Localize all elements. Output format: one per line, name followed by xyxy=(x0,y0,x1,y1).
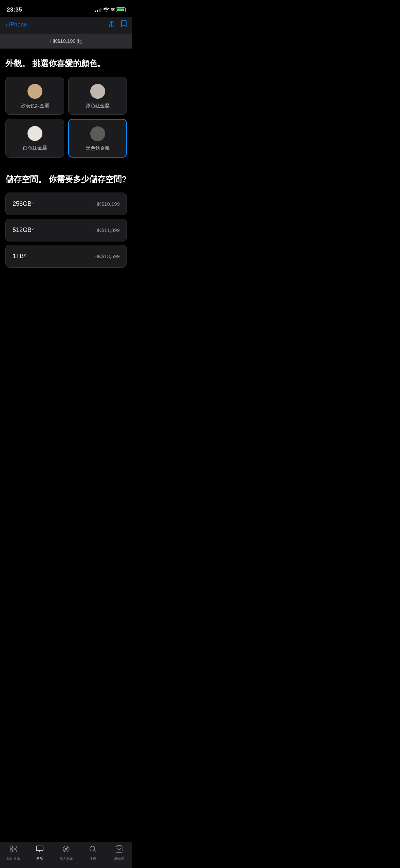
storage-label-512gb: 512GB² xyxy=(13,227,34,234)
storage-label-256gb: 256GB² xyxy=(13,200,34,207)
color-option-black[interactable]: 黑色鈦金屬 xyxy=(68,119,127,158)
storage-label-1tb: 1TB² xyxy=(13,253,26,260)
chevron-left-icon: ‹ xyxy=(5,21,8,28)
color-label-natural: 原色鈦金屬 xyxy=(86,103,110,109)
storage-price-512gb: HK$11,899 xyxy=(94,227,120,233)
price-text: HK$10,199 起 xyxy=(50,38,82,44)
color-option-natural[interactable]: 原色鈦金屬 xyxy=(68,77,127,115)
storage-section: 儲存空間。 你需要多少儲存空間? 256GB² HK$10,199 512GB²… xyxy=(0,164,132,274)
storage-option-1tb[interactable]: 1TB² HK$13,599 xyxy=(5,245,127,268)
battery-icon xyxy=(116,7,126,12)
color-label-desert: 沙漠色鈦金屬 xyxy=(21,103,49,109)
share-button[interactable] xyxy=(108,20,115,30)
status-bar: 23:35 99 xyxy=(0,0,132,17)
storage-list: 256GB² HK$10,199 512GB² HK$11,899 1TB² H… xyxy=(5,193,127,268)
color-label-black: 黑色鈦金屬 xyxy=(86,145,110,151)
status-icons: 99 xyxy=(95,7,126,13)
back-label: iPhone xyxy=(9,21,27,28)
color-section-title: 外觀。 挑選你喜愛的顏色。 xyxy=(5,58,127,69)
color-swatch-black xyxy=(90,126,105,141)
storage-section-title: 儲存空間。 你需要多少儲存空間? xyxy=(5,174,127,184)
bookmark-button[interactable] xyxy=(121,20,127,30)
nav-actions xyxy=(108,20,127,30)
price-bar: HK$10,199 起 xyxy=(0,34,132,49)
back-button[interactable]: ‹ iPhone xyxy=(5,21,27,28)
color-label-white: 白色鈦金屬 xyxy=(23,145,47,151)
color-option-desert[interactable]: 沙漠色鈦金屬 xyxy=(5,77,64,115)
color-swatch-natural xyxy=(90,84,105,99)
status-time: 23:35 xyxy=(7,6,22,13)
color-swatch-desert xyxy=(27,84,42,99)
storage-price-1tb: HK$13,599 xyxy=(94,253,120,259)
color-section: 外觀。 挑選你喜愛的顏色。 沙漠色鈦金屬 原色鈦金屬 白色鈦金屬 黑色鈦金屬 xyxy=(0,49,132,164)
battery-level: 99 xyxy=(111,7,115,12)
storage-option-256gb[interactable]: 256GB² HK$10,199 xyxy=(5,193,127,215)
signal-icon xyxy=(95,8,101,12)
storage-price-256gb: HK$10,199 xyxy=(94,201,120,207)
color-swatch-white xyxy=(27,126,42,141)
color-grid: 沙漠色鈦金屬 原色鈦金屬 白色鈦金屬 黑色鈦金屬 xyxy=(5,77,127,158)
battery-indicator: 99 xyxy=(111,7,126,12)
storage-option-512gb[interactable]: 512GB² HK$11,899 xyxy=(5,219,127,241)
color-option-white[interactable]: 白色鈦金屬 xyxy=(5,119,64,158)
wifi-icon xyxy=(103,7,109,13)
nav-bar: ‹ iPhone xyxy=(0,17,132,34)
